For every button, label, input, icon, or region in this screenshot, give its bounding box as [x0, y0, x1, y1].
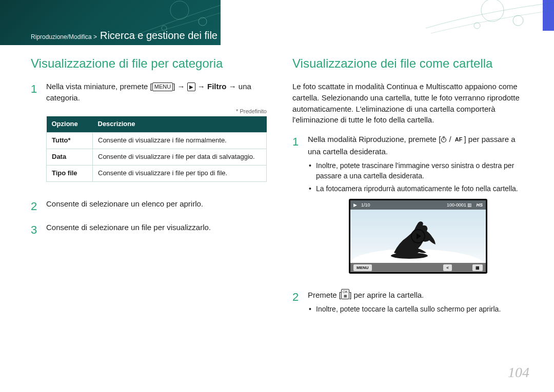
step-body: Premete [OK▦] per aprire la cartella. In…: [308, 289, 528, 317]
left-step-3: 3 Consente di selezionare un file per vi…: [31, 222, 267, 238]
list-item: Inoltre, potete trascinare l'immagine ve…: [309, 160, 528, 181]
menu-key-icon: MENU: [152, 82, 173, 91]
left-heading: Visualizzazione di file per categoria: [31, 56, 267, 71]
camera-botbar: MENU < ▦: [350, 263, 486, 272]
svg-point-5: [474, 23, 480, 29]
right-step-2: 2 Premete [OK▦] per aprire la cartella. …: [292, 289, 528, 317]
camera-topbar: ▶ 1/10 100-0001 ▥ HS: [350, 200, 486, 210]
svg-point-3: [481, 0, 504, 22]
left-step-1: 1 Nella vista miniature, premete [MENU] …: [31, 81, 267, 191]
left-column: Visualizzazione di file per categoria 1 …: [31, 56, 267, 361]
counter: 1/10: [361, 202, 370, 209]
right-heading: Visualizzazione dei file come cartella: [292, 56, 528, 71]
file-number: 100-0001 ▥: [447, 202, 472, 209]
step-number: 2: [31, 198, 40, 215]
list-item: La fotocamera riprodurrà automaticamente…: [309, 183, 528, 194]
page-number: 104: [508, 364, 529, 381]
list-item: Inoltre, potete toccare la cartella sull…: [309, 304, 528, 314]
table-row: Data Consente di visualizzare i file per…: [47, 149, 267, 166]
svg-point-9: [391, 253, 428, 259]
side-tab: [543, 0, 554, 31]
th-description: Descrizione: [93, 116, 267, 132]
step-number: 1: [31, 81, 40, 191]
predef-note: * Predefinito: [46, 108, 267, 116]
timer-icon: [441, 135, 447, 146]
right-intro: Le foto scattate in modalità Continua e …: [292, 81, 528, 126]
menu-button: MENU: [353, 264, 372, 272]
play-indicator-icon: ▶: [353, 202, 357, 209]
decor-swirl: [400, 0, 554, 41]
step-body: Nella vista miniature, premete [MENU] → …: [46, 81, 267, 191]
ok-key-icon: OK▦: [341, 289, 349, 299]
breadcrumb-path: Riproduzione/Modifica >: [31, 33, 97, 40]
right-step-1: 1 Nella modalità Riproduzione, premete […: [292, 134, 528, 282]
left-step-2: 2 Consente di selezionare un elenco per …: [31, 198, 267, 215]
step-body: Nella modalità Riproduzione, premete [ /…: [308, 134, 528, 282]
play-overlay-icon: [411, 229, 425, 243]
af-key-icon: AF: [453, 136, 464, 143]
th-option: Opzione: [47, 116, 93, 132]
step-number: 1: [292, 134, 302, 282]
step-body: Consente di selezionare un elenco per ap…: [46, 198, 267, 215]
step-number: 2: [292, 289, 302, 317]
right-column: Visualizzazione dei file come cartella L…: [292, 56, 528, 361]
grid-button: ▦: [472, 264, 483, 272]
play-key-icon: [187, 82, 195, 91]
hs-badge: HS: [476, 202, 483, 209]
options-table: Opzione Descrizione Tutto* Consente di v…: [46, 116, 267, 181]
svg-point-4: [513, 15, 523, 26]
breadcrumb: Riproduzione/Modifica > Ricerca e gestio…: [31, 30, 217, 42]
step-number: 3: [31, 222, 40, 238]
table-row: Tipo file Consente di visualizzare i fil…: [47, 165, 267, 181]
prev-button: <: [443, 264, 452, 272]
svg-point-1: [199, 17, 207, 26]
step-body: Consente di selezionare un file per visu…: [46, 222, 267, 238]
breadcrumb-title: Ricerca e gestione dei file: [100, 30, 217, 41]
camera-screenshot: ▶ 1/10 100-0001 ▥ HS: [349, 199, 487, 274]
table-row: Tutto* Consente di visualizzare i file n…: [47, 133, 267, 149]
